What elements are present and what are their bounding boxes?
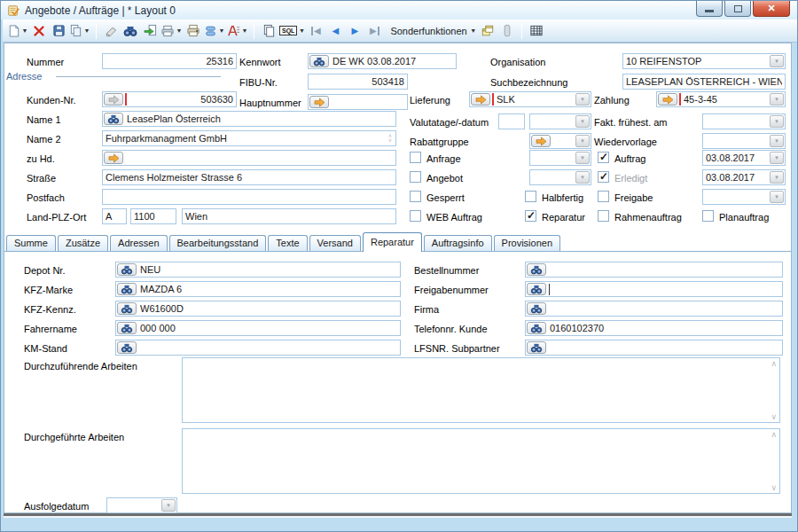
bestellnummer-search-button[interactable] xyxy=(527,263,546,276)
nav-first-button[interactable]: ◀ xyxy=(307,21,325,40)
close-button[interactable]: ✕ xyxy=(753,1,790,17)
lfsnr-subpartner-search-button[interactable] xyxy=(527,341,546,354)
firma-search-button[interactable] xyxy=(527,302,546,315)
delete-button[interactable] xyxy=(30,21,48,40)
name2-input[interactable] xyxy=(103,131,385,145)
import-button[interactable] xyxy=(141,21,159,40)
spinner-control[interactable]: ∧∨ xyxy=(385,134,395,143)
print-button[interactable]: ▼ xyxy=(160,21,183,40)
search-button[interactable] xyxy=(121,21,139,40)
nummer-input[interactable] xyxy=(103,54,236,68)
tab-bearbeitungsstand[interactable]: Bearbeitungsstand xyxy=(169,235,267,251)
scroll-down-icon[interactable]: ∨ xyxy=(771,483,777,492)
firma-input[interactable] xyxy=(547,301,782,316)
new-document-button[interactable]: ▼ xyxy=(7,21,28,40)
postfach-input[interactable] xyxy=(103,190,395,204)
erase-button[interactable] xyxy=(102,21,120,40)
kfz-marke-search-button[interactable] xyxy=(117,283,137,295)
nav-next-button[interactable]: ▶ xyxy=(346,21,364,40)
hauptnummer-input[interactable] xyxy=(330,95,407,109)
kfz-kennz-search-button[interactable] xyxy=(117,302,137,315)
wiedervorlage-dropdown-button[interactable]: ▼ xyxy=(770,135,784,147)
anfrage-checkbox[interactable] xyxy=(410,152,421,163)
kunden-nr-link-button[interactable] xyxy=(104,93,123,106)
freigabe-date-dropdown-button[interactable]: ▼ xyxy=(770,191,784,203)
freigabe-checkbox[interactable] xyxy=(598,191,609,202)
auftrag-date-dropdown-button[interactable]: ▼ xyxy=(770,152,784,164)
erledigt-checkbox[interactable] xyxy=(598,171,609,183)
zahlung-dropdown-button[interactable]: ▼ xyxy=(770,93,784,106)
fax-button[interactable] xyxy=(184,21,202,40)
telefonnr-kunde-input[interactable] xyxy=(547,321,782,335)
tab-auftragsinfo[interactable]: Auftragsinfo xyxy=(424,235,492,251)
anfrage-input[interactable] xyxy=(530,151,575,165)
fibu-input[interactable] xyxy=(309,74,407,89)
angebot-input[interactable] xyxy=(530,170,575,184)
durchzufuehrende-textarea[interactable] xyxy=(183,358,779,422)
rahmenauftrag-checkbox[interactable] xyxy=(598,210,609,222)
scroll-up-icon[interactable]: ∧ xyxy=(771,359,777,368)
fakt-fruehest-dropdown-button[interactable]: ▼ xyxy=(770,115,784,128)
name1-search-button[interactable] xyxy=(104,113,123,125)
pages-button[interactable] xyxy=(260,21,278,40)
save-button[interactable] xyxy=(50,21,67,40)
tab-zusaetze[interactable]: Zusätze xyxy=(58,235,108,251)
freigabenummer-input[interactable] xyxy=(550,282,782,296)
hauptnummer-link-button[interactable] xyxy=(309,96,329,108)
anfrage-dropdown-button[interactable]: ▼ xyxy=(575,152,590,164)
organisation-dropdown-button[interactable]: ▼ xyxy=(770,55,784,67)
kennwort-input[interactable] xyxy=(330,54,456,68)
lieferung-dropdown-button[interactable]: ▼ xyxy=(575,93,590,106)
cascade-windows-button[interactable] xyxy=(479,21,497,40)
reparatur-checkbox[interactable] xyxy=(525,210,536,222)
plz-input[interactable] xyxy=(131,209,176,223)
fakt-fruehest-input[interactable] xyxy=(703,114,770,129)
telefonnr-kunde-search-button[interactable] xyxy=(527,322,546,334)
zahlung-link-button[interactable] xyxy=(658,93,677,106)
angebot-dropdown-button[interactable]: ▼ xyxy=(575,171,590,184)
ort-input[interactable] xyxy=(183,209,395,223)
nav-last-button[interactable]: ▶ xyxy=(365,21,383,40)
km-stand-search-button[interactable] xyxy=(117,341,137,354)
bestellnummer-input[interactable] xyxy=(547,262,782,277)
kunden-nr-input[interactable] xyxy=(127,92,236,106)
kfz-kennz-input[interactable] xyxy=(137,301,400,316)
lieferung-input[interactable] xyxy=(494,92,575,106)
sql-button[interactable]: SQL▼ xyxy=(279,21,305,40)
lieferung-link-button[interactable] xyxy=(471,93,490,106)
tab-summe[interactable]: Summe xyxy=(6,235,56,251)
tab-versand[interactable]: Versand xyxy=(309,235,361,251)
valutatage-input[interactable] xyxy=(499,114,524,129)
gesperrt-checkbox[interactable] xyxy=(410,191,421,202)
ausfolgedatum-input[interactable] xyxy=(107,498,161,512)
tab-adressen[interactable]: Adressen xyxy=(110,235,167,251)
valutadatum-input[interactable] xyxy=(530,114,575,129)
valutadatum-dropdown-button[interactable]: ▼ xyxy=(575,115,590,128)
scroll-down-icon[interactable]: ∨ xyxy=(771,412,777,421)
lfsnr-subpartner-input[interactable] xyxy=(547,340,782,355)
zahlung-input[interactable] xyxy=(681,92,770,106)
table-button[interactable] xyxy=(528,21,545,40)
restore-button[interactable] xyxy=(724,1,751,17)
ausfolgedatum-dropdown-button[interactable]: ▼ xyxy=(161,499,176,512)
erledigt-date-input[interactable] xyxy=(703,170,770,184)
web-auftrag-checkbox[interactable] xyxy=(410,210,421,222)
sonderfunktionen-button[interactable]: Sonderfunktionen▼ xyxy=(385,21,476,40)
rabattgruppe-dropdown-button[interactable]: ▼ xyxy=(575,135,590,147)
format-a-button[interactable]: ▼ xyxy=(227,21,248,40)
wiedervorlage-input[interactable] xyxy=(703,134,770,148)
depot-input[interactable] xyxy=(137,262,400,277)
auftrag-date-input[interactable] xyxy=(703,151,770,165)
nav-prev-button[interactable]: ◀ xyxy=(326,21,344,40)
freigabe-date-input[interactable] xyxy=(703,190,770,204)
auftrag-checkbox[interactable] xyxy=(598,152,609,163)
halbfertig-checkbox[interactable] xyxy=(525,191,536,202)
tab-reparatur[interactable]: Reparatur xyxy=(363,232,422,252)
kennwort-search-button[interactable] xyxy=(309,55,329,67)
freigabenummer-search-button[interactable] xyxy=(527,283,546,295)
erledigt-date-dropdown-button[interactable]: ▼ xyxy=(770,171,784,184)
planauftrag-checkbox[interactable] xyxy=(702,210,714,222)
rabattgruppe-link-button[interactable] xyxy=(531,135,551,147)
fahrername-input[interactable] xyxy=(137,321,400,335)
land-input[interactable] xyxy=(103,209,126,223)
